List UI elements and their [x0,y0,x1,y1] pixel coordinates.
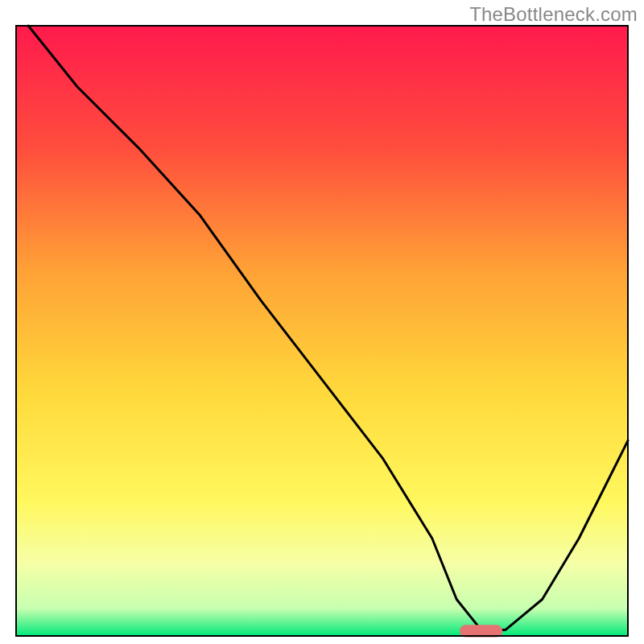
bottleneck-chart: TheBottleneck.com [0,0,644,644]
watermark-text: TheBottleneck.com [469,3,638,26]
chart-svg [0,0,644,644]
